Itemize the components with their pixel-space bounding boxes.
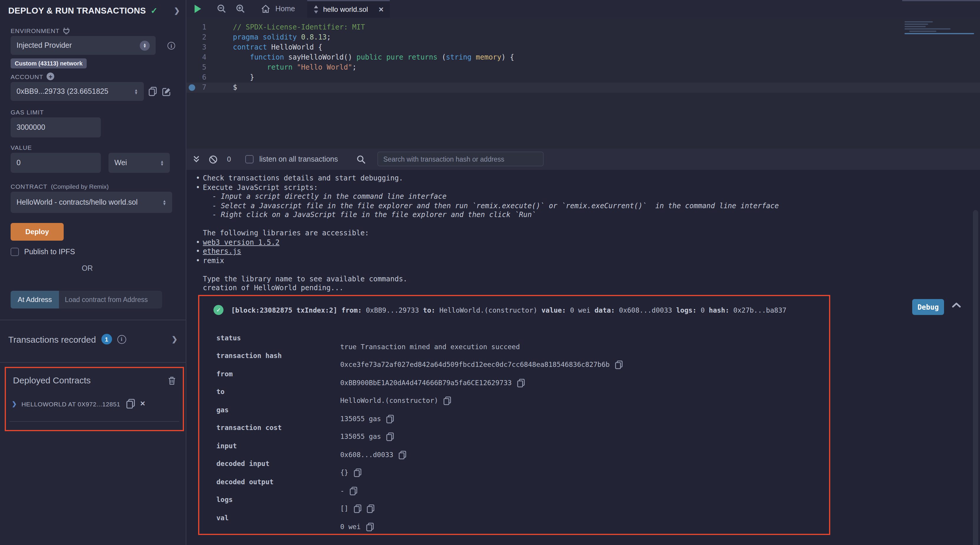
debug-button[interactable]: Debug	[912, 299, 944, 315]
tx-detail-row-input: input0x608...d0033	[216, 441, 822, 450]
zoom-out-icon[interactable]	[217, 4, 226, 14]
success-check-icon: ✓	[213, 305, 223, 315]
code-editor[interactable]: 1// SPDX-License-Identifier: MIT2pragma …	[186, 18, 980, 149]
gas-limit-input[interactable]	[11, 117, 101, 137]
line-number[interactable]: 5	[186, 62, 215, 73]
copy-icon[interactable]	[367, 504, 374, 513]
contract-select[interactable]: HelloWorld - contracts/hello world.sol ▲…	[11, 192, 172, 213]
copy-icon[interactable]	[517, 378, 525, 387]
publish-ipfs-label: Publish to IPFS	[24, 248, 75, 256]
gas-limit-label: GAS LIMIT	[11, 108, 44, 116]
close-tab-icon[interactable]: ✕	[379, 6, 384, 13]
terminal-log-line: •remix	[186, 256, 968, 265]
tx-detail-value: true Transaction mined and execution suc…	[340, 343, 520, 351]
deployed-contract-item[interactable]: ❯ HELLOWORLD AT 0X972...12851 (BLOCKCHAI…	[12, 399, 178, 409]
code-line[interactable]: 5 return "Hello World";	[186, 62, 980, 73]
copy-icon[interactable]	[366, 522, 374, 531]
tx-detail-key: to	[216, 387, 225, 396]
tx-detail-row-transaction-cost: transaction cost135055 gas	[216, 424, 822, 432]
copy-icon[interactable]	[387, 432, 394, 441]
terminal-scrollbar[interactable]	[973, 210, 978, 545]
tx-detail-row-decoded-output: decoded output-	[216, 478, 822, 486]
tab-scrollbar[interactable]	[902, 0, 980, 1]
divider	[10, 421, 179, 422]
code-line[interactable]: 1// SPDX-License-Identifier: MIT	[186, 22, 980, 32]
contract-value: HelloWorld - contracts/hello world.sol	[16, 198, 161, 206]
editor-tabbar: Home hello world.sol ✕	[186, 0, 980, 18]
deploy-button[interactable]: Deploy	[11, 223, 64, 241]
terminal-log-line: creation of HelloWorld pending...	[186, 284, 968, 293]
add-account-icon[interactable]: +	[47, 73, 54, 80]
copy-icon[interactable]	[399, 450, 406, 459]
tx-detail-value: 135055 gas	[340, 414, 394, 423]
line-number[interactable]: 1	[186, 22, 215, 32]
code-line[interactable]: 6 }	[186, 73, 980, 83]
code-text: $	[215, 83, 237, 92]
code-line[interactable]: 2pragma solidity 0.8.13;	[186, 32, 980, 43]
tx-detail-key: from	[216, 370, 232, 378]
terminal[interactable]: •Check transactions details and start de…	[186, 170, 980, 545]
at-address-input[interactable]	[59, 291, 162, 309]
code-line[interactable]: 7$	[186, 83, 980, 92]
tx-detail-key: transaction cost	[216, 424, 282, 432]
terminal-log-link[interactable]: •web3 version 1.5.2	[186, 238, 968, 247]
tab-hello-world-sol[interactable]: hello world.sol ✕	[307, 0, 390, 18]
transaction-summary-row[interactable]: ✓ [block:23082875 txIndex:2] from: 0xBB9…	[213, 305, 786, 315]
code-line[interactable]: 4 function sayHelloWorld() public pure r…	[186, 53, 980, 62]
tx-detail-row-status: statustrue Transaction mined and executi…	[216, 333, 822, 343]
zoom-in-icon[interactable]	[236, 4, 245, 14]
search-icon	[357, 155, 366, 164]
breakpoint-dot[interactable]	[189, 84, 195, 91]
expand-terminal-icon[interactable]	[193, 155, 200, 163]
remove-contract-icon[interactable]: ✕	[140, 400, 145, 408]
copy-icon[interactable]	[354, 504, 361, 513]
chevron-right-icon[interactable]: ❯	[174, 6, 180, 15]
copy-contract-icon[interactable]	[126, 399, 135, 409]
clear-console-icon[interactable]	[209, 155, 218, 164]
trash-icon[interactable]	[168, 376, 176, 385]
editor-minimap[interactable]	[905, 21, 975, 39]
copy-icon[interactable]	[444, 396, 451, 405]
terminal-search-input[interactable]	[377, 151, 544, 166]
terminal-log-link[interactable]: •ethers.js	[186, 247, 968, 256]
line-number[interactable]: 2	[186, 32, 215, 43]
publish-ipfs-checkbox[interactable]	[11, 248, 19, 256]
line-number[interactable]: 4	[186, 53, 215, 62]
account-select[interactable]: 0xBB9...29733 (23.6651825 ▲▼	[11, 82, 144, 101]
line-number[interactable]: 3	[186, 43, 215, 53]
chevron-updown-icon: ▲▼	[140, 40, 150, 51]
divider	[0, 320, 186, 320]
listen-all-tx-checkbox[interactable]	[245, 155, 253, 163]
expand-chevron-icon[interactable]: ❯	[12, 400, 17, 407]
info-icon[interactable]: i	[117, 335, 126, 344]
at-address-button[interactable]: At Address	[11, 291, 59, 309]
tx-detail-value: 0xce3fe73a72af027ed842a64d509fbcd12eec0d…	[340, 360, 623, 369]
home-icon[interactable]	[261, 5, 270, 13]
code-text: pragma solidity 0.8.13;	[215, 32, 331, 43]
copy-icon[interactable]	[387, 414, 394, 423]
run-script-icon[interactable]	[194, 5, 201, 13]
check-icon: ✓	[151, 6, 158, 15]
panel-header: DEPLOY & RUN TRANSACTIONS ✓ ❯	[8, 6, 180, 15]
tab-home[interactable]: Home	[275, 5, 295, 13]
value-unit-select[interactable]: Wei ▲▼	[108, 153, 170, 173]
tx-detail-value: HelloWorld.(constructor)	[340, 396, 451, 405]
copy-icon[interactable]	[615, 360, 623, 369]
environment-info-icon[interactable]: i	[167, 42, 175, 49]
solidity-icon	[313, 5, 319, 14]
transaction-annotation-box: ✓ [block:23082875 txIndex:2] from: 0xBB9…	[198, 295, 830, 535]
chevron-right-icon[interactable]: ❯	[172, 335, 178, 343]
environment-select[interactable]: Injected Provider ▲▼	[11, 36, 156, 55]
tx-detail-key: logs	[216, 496, 232, 504]
line-number[interactable]: 6	[186, 73, 215, 83]
tx-detail-row-to: toHelloWorld.(constructor)	[216, 387, 822, 396]
code-line[interactable]: 3contract HelloWorld {	[186, 43, 980, 53]
chevron-up-icon[interactable]	[952, 302, 961, 308]
tx-detail-key: input	[216, 441, 237, 450]
copy-icon[interactable]	[350, 486, 357, 495]
copy-icon[interactable]	[354, 469, 361, 477]
edit-account-icon[interactable]	[162, 87, 171, 96]
copy-account-icon[interactable]	[149, 87, 157, 96]
value-input[interactable]	[11, 153, 101, 173]
terminal-log-line: - Right click on a JavaScript file in th…	[186, 210, 968, 220]
